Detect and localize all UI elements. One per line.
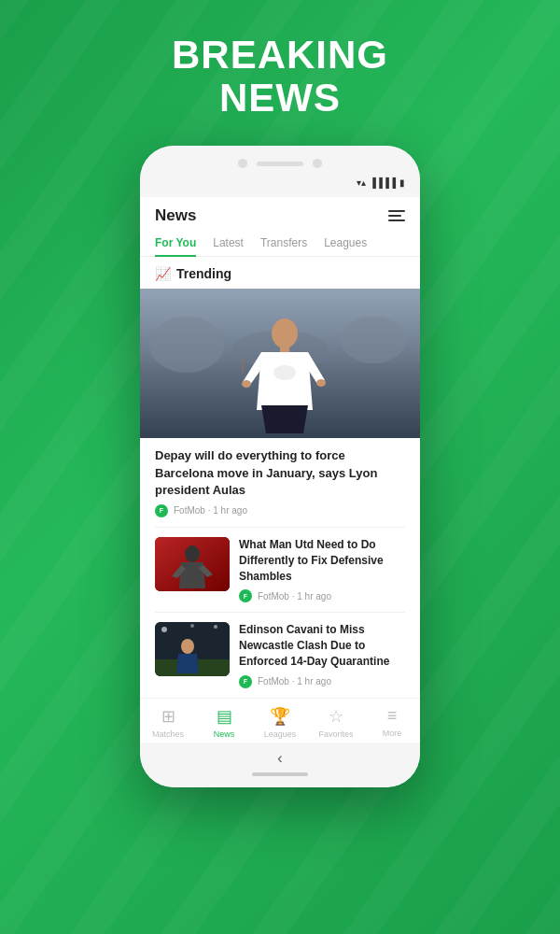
tab-leagues[interactable]: Leagues bbox=[324, 231, 367, 257]
news-thumb-2 bbox=[155, 622, 230, 676]
sensor bbox=[313, 159, 322, 168]
news-source-1: FotMob · 1 hr ago bbox=[258, 591, 331, 601]
more-label: More bbox=[383, 729, 402, 738]
svg-point-6 bbox=[272, 318, 298, 348]
hero-image bbox=[140, 289, 420, 438]
menu-button[interactable] bbox=[388, 210, 405, 221]
favorites-label: Favorites bbox=[318, 729, 353, 739]
speaker-grille bbox=[257, 162, 303, 166]
news-thumb-1 bbox=[155, 537, 230, 591]
svg-point-13 bbox=[185, 545, 200, 562]
news-item-1[interactable]: What Man Utd Need to Do Differently to F… bbox=[140, 528, 420, 612]
news-title-2: Edinson Cavani to Miss Newcastle Clash D… bbox=[239, 622, 405, 669]
signal-icon: ▐▐▐▐ bbox=[370, 177, 396, 188]
fotmob-logo-2: F bbox=[239, 675, 252, 688]
leagues-icon: 🏆 bbox=[270, 706, 290, 727]
app-content: News For You Latest Transfers Leagues 📈 … bbox=[140, 197, 420, 742]
phone-top-bezel: ▾▴ ▐▐▐▐ ▮ bbox=[140, 146, 420, 197]
fotmob-logo-1: F bbox=[239, 589, 252, 602]
bottom-navigation: ⊞ Matches ▤ News 🏆 Leagues ☆ Favorites ≡… bbox=[140, 698, 420, 743]
svg-point-8 bbox=[273, 365, 296, 380]
back-button[interactable]: ‹ bbox=[277, 750, 282, 767]
news-item-2[interactable]: Edinson Cavani to Miss Newcastle Clash D… bbox=[140, 613, 420, 697]
trending-section-header: 📈 Trending bbox=[140, 257, 420, 289]
svg-point-19 bbox=[190, 624, 194, 628]
phone-bottom-bezel: ‹ bbox=[140, 743, 420, 787]
news-label: News bbox=[214, 729, 235, 739]
nav-more[interactable]: ≡ More bbox=[364, 706, 420, 739]
news-title-1: What Man Utd Need to Do Differently to F… bbox=[239, 537, 405, 584]
svg-point-18 bbox=[214, 625, 217, 629]
headline-line1: BREAKING bbox=[172, 34, 388, 77]
news-info-1: What Man Utd Need to Do Differently to F… bbox=[239, 537, 405, 602]
fotmob-logo-hero: F bbox=[155, 504, 168, 517]
battery-icon: ▮ bbox=[399, 177, 405, 188]
svg-point-16 bbox=[181, 639, 194, 654]
home-indicator[interactable] bbox=[252, 772, 308, 776]
matches-label: Matches bbox=[152, 729, 184, 739]
news-source-row-1: F FotMob · 1 hr ago bbox=[239, 589, 405, 602]
breaking-news-headline: BREAKING NEWS bbox=[172, 34, 388, 120]
news-thumb-img-1 bbox=[155, 537, 230, 591]
nav-favorites[interactable]: ☆ Favorites bbox=[308, 706, 364, 739]
trending-label: Trending bbox=[176, 266, 231, 281]
app-title: News bbox=[155, 206, 196, 225]
news-source-2: FotMob · 1 hr ago bbox=[258, 676, 331, 686]
tab-transfers[interactable]: Transfers bbox=[260, 231, 307, 257]
app-header: News bbox=[140, 197, 420, 231]
hero-source-text: FotMob · 1 hr ago bbox=[174, 505, 247, 516]
news-icon: ▤ bbox=[217, 706, 232, 727]
wifi-icon: ▾▴ bbox=[357, 177, 366, 188]
hero-headline: Depay will do everything to force Barcel… bbox=[140, 438, 420, 504]
svg-point-4 bbox=[341, 317, 406, 363]
svg-rect-7 bbox=[280, 345, 289, 352]
front-camera bbox=[238, 159, 247, 168]
news-source-row-2: F FotMob · 1 hr ago bbox=[239, 675, 405, 688]
news-thumb-img-2 bbox=[155, 622, 230, 676]
svg-point-3 bbox=[149, 317, 224, 373]
nav-leagues[interactable]: 🏆 Leagues bbox=[252, 706, 308, 739]
menu-line-2 bbox=[388, 215, 401, 217]
camera-row bbox=[238, 159, 322, 168]
tab-for-you[interactable]: For You bbox=[155, 231, 196, 257]
svg-point-10 bbox=[316, 379, 326, 387]
hero-source-row: F FotMob · 1 hr ago bbox=[140, 504, 420, 527]
leagues-label: Leagues bbox=[264, 729, 297, 739]
matches-icon: ⊞ bbox=[161, 706, 175, 727]
svg-point-9 bbox=[242, 380, 251, 388]
menu-line-3 bbox=[388, 219, 405, 221]
menu-line-1 bbox=[388, 210, 405, 212]
news-info-2: Edinson Cavani to Miss Newcastle Clash D… bbox=[239, 622, 405, 687]
favorites-icon: ☆ bbox=[329, 706, 343, 727]
tab-bar: For You Latest Transfers Leagues bbox=[140, 231, 420, 257]
nav-news[interactable]: ▤ News bbox=[196, 706, 252, 739]
phone-mockup: ▾▴ ▐▐▐▐ ▮ News For You Latest Transfers … bbox=[140, 146, 420, 786]
headline-line2: NEWS bbox=[172, 77, 388, 120]
nav-matches[interactable]: ⊞ Matches bbox=[140, 706, 196, 739]
svg-point-17 bbox=[161, 627, 167, 632]
more-icon: ≡ bbox=[387, 706, 398, 726]
trending-icon: 📈 bbox=[155, 266, 171, 281]
status-bar: ▾▴ ▐▐▐▐ ▮ bbox=[140, 176, 420, 188]
tab-latest[interactable]: Latest bbox=[213, 231, 244, 257]
